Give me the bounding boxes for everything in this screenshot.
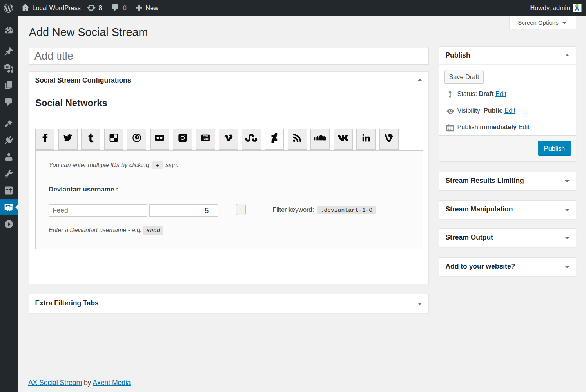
svg-text:You: You (203, 135, 208, 137)
svg-text:Tube: Tube (203, 137, 209, 140)
